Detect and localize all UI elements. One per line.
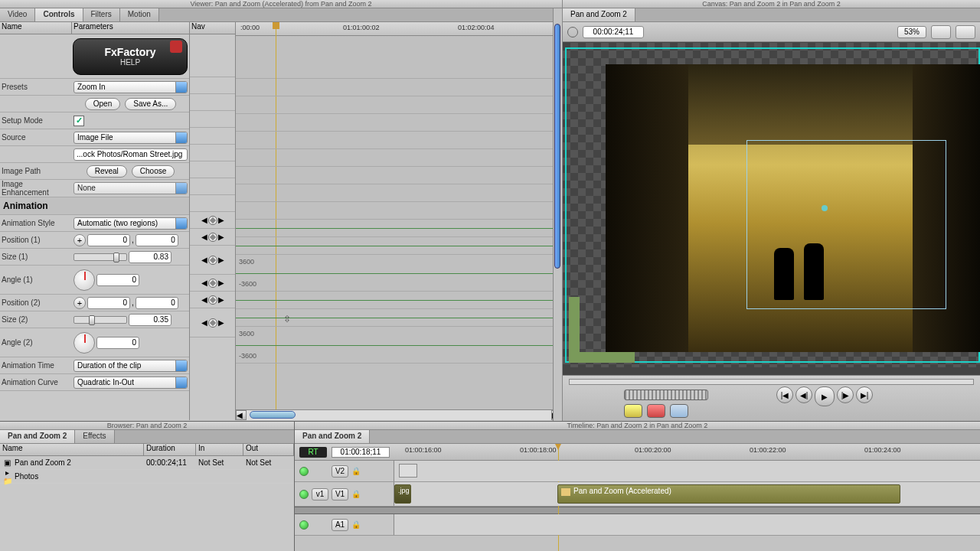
enhancement-select[interactable]: None [74, 182, 188, 194]
size1-value[interactable]: 0.83 [129, 251, 172, 263]
track-enable-a1[interactable] [299, 520, 309, 530]
viewer-title: Viewer: Pan and Zoom (Accelerated) from … [0, 0, 562, 8]
timeline-tab[interactable]: Pan and Zoom 2 [295, 430, 370, 443]
angle2-dial[interactable] [74, 332, 95, 354]
size1-label: Size (1) [0, 253, 72, 261]
keyframe-button[interactable] [208, 216, 217, 225]
browser-tab-effects[interactable]: Effects [75, 430, 114, 443]
track-enable-v1[interactable] [299, 490, 309, 499]
track-label-v1[interactable]: V1 [332, 488, 348, 500]
canvas-viewport[interactable] [563, 43, 980, 367]
canvas-title: Canvas: Pan and Zoom 2 in Pan and Zoom 2 [563, 0, 980, 8]
browser-col-name[interactable]: Name [0, 444, 144, 455]
param-hscroll[interactable]: ◀▶ [236, 409, 562, 420]
col-nav: Nav [190, 22, 235, 34]
position2-x[interactable]: 0 [87, 297, 130, 309]
canvas-scrubber[interactable] [569, 379, 974, 385]
keyframe-button[interactable] [208, 256, 217, 265]
tab-video[interactable]: Video [0, 8, 35, 21]
tab-controls[interactable]: Controls [35, 8, 83, 21]
position2-point-button[interactable]: + [74, 297, 86, 309]
source-select[interactable]: Image File [74, 132, 188, 144]
timeline-timecode[interactable]: 01:00:18;11 [332, 447, 390, 458]
jog-wheel[interactable] [624, 390, 708, 400]
col-parameters: Parameters [72, 22, 189, 34]
safe-zone-corner [569, 297, 635, 363]
angle1-dial[interactable] [74, 269, 95, 291]
region-rect[interactable] [746, 140, 947, 308]
size2-slider[interactable] [74, 316, 127, 324]
choose-button[interactable]: Choose [132, 165, 175, 178]
canvas-view-button[interactable] [931, 25, 951, 39]
param-vscroll[interactable] [553, 8, 562, 421]
tab-filters[interactable]: Filters [83, 8, 120, 21]
open-button[interactable]: Open [85, 98, 120, 110]
keyframe-button[interactable] [208, 318, 217, 328]
canvas-tab[interactable]: Pan and Zoom 2 [563, 8, 635, 21]
browser-row[interactable]: ▸📁 Photos [0, 470, 294, 484]
play-button[interactable]: ▶ [815, 386, 835, 406]
region-center-handle[interactable] [822, 205, 828, 211]
step-back-button[interactable]: ◀| [795, 386, 812, 403]
timeline-title: Timeline: Pan and Zoom 2 in Pan and Zoom… [295, 422, 980, 430]
clock-icon [567, 27, 578, 37]
help-label: HELP [120, 58, 140, 67]
param-timeline-ruler[interactable]: :00:00 01:01:00:02 01:02:00:04 [236, 22, 562, 36]
position2-y[interactable]: 0 [136, 297, 178, 309]
timeline-ruler[interactable]: 01:00:16:00 01:00:18:00 01:00:20:00 01:0… [397, 444, 980, 460]
keyframe-button[interactable] [208, 233, 217, 242]
setupmode-checkbox[interactable]: ✓ [74, 116, 84, 126]
angle1-value[interactable]: 0 [96, 274, 139, 286]
lock-icon[interactable]: 🔒 [351, 467, 361, 476]
track-source-v1[interactable]: v1 [312, 488, 328, 500]
angle1-label: Angle (1) [0, 276, 72, 284]
animation-header: Animation [0, 197, 189, 215]
overwrite-button[interactable] [670, 404, 688, 418]
track-a1: A1 🔒 [295, 514, 980, 536]
position2-label: Position (2) [0, 298, 72, 307]
animstyle-select[interactable]: Automatic (two regions) [74, 217, 188, 230]
animcurve-label: Animation Curve [0, 378, 72, 386]
track-label-a1[interactable]: A1 [332, 519, 348, 531]
size1-slider[interactable] [74, 253, 127, 261]
canvas-zoom[interactable]: 53% [897, 26, 926, 38]
saveas-button[interactable]: Save As... [125, 98, 176, 110]
animtime-select[interactable]: Duration of the clip [74, 360, 188, 372]
angle2-label: Angle (2) [0, 338, 72, 347]
rt-indicator[interactable]: RT [299, 447, 327, 458]
keyframe-button[interactable] [208, 279, 217, 288]
clip-panzoom[interactable]: Pan and Zoom (Accelerated) [557, 484, 900, 504]
replace-button[interactable] [647, 404, 665, 418]
browser-col-duration[interactable]: Duration [144, 444, 196, 455]
browser-col-out[interactable]: Out [243, 444, 294, 455]
imagepath-label: Image Path [0, 167, 72, 175]
track-enable-v2[interactable] [299, 467, 309, 476]
browser-col-in[interactable]: In [196, 444, 243, 455]
tab-motion[interactable]: Motion [120, 8, 159, 21]
lock-icon[interactable]: 🔒 [351, 520, 361, 530]
size2-value[interactable]: 0.35 [129, 314, 172, 326]
canvas-overlay-button[interactable] [956, 25, 975, 39]
goto-start-button[interactable]: |◀ [776, 386, 793, 403]
browser-title: Browser: Pan and Zoom 2 [0, 422, 294, 430]
angle2-value[interactable]: 0 [96, 337, 139, 349]
canvas-timecode[interactable]: 00:00:24;11 [583, 26, 644, 38]
size2-label: Size (2) [0, 315, 72, 324]
clip-jpg[interactable]: .jpg [394, 484, 411, 504]
animcurve-select[interactable]: Quadratic In-Out [74, 377, 188, 389]
goto-end-button[interactable]: ▶| [856, 386, 873, 403]
animstyle-label: Animation Style [0, 219, 72, 227]
track-label-v2[interactable]: V2 [332, 465, 348, 478]
fxfactory-help-button[interactable]: FxFactory HELP [73, 38, 188, 75]
mark-clip-button[interactable] [624, 404, 642, 418]
step-fwd-button[interactable]: |▶ [837, 386, 854, 403]
presets-select[interactable]: Zoom In [74, 81, 188, 93]
position1-y[interactable]: 0 [136, 234, 178, 246]
position1-point-button[interactable]: + [74, 234, 86, 246]
reveal-button[interactable]: Reveal [87, 165, 127, 178]
position1-x[interactable]: 0 [87, 234, 130, 246]
keyframe-button[interactable] [208, 295, 217, 305]
lock-icon[interactable]: 🔒 [351, 490, 361, 499]
browser-row[interactable]: ▣ Pan and Zoom 2 00:00:24;11 Not Set Not… [0, 456, 294, 470]
browser-tab-project[interactable]: Pan and Zoom 2 [0, 430, 75, 443]
